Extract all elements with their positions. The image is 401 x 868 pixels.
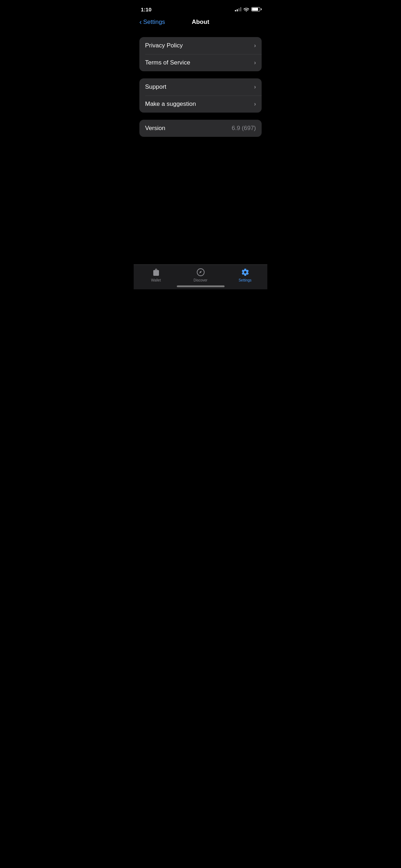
discover-icon — [196, 268, 205, 277]
support-label: Support — [145, 83, 166, 91]
chevron-right-icon: › — [254, 84, 256, 90]
chevron-right-icon: › — [254, 101, 256, 107]
tab-discover[interactable]: Discover — [188, 268, 213, 282]
feedback-group: Support › Make a suggestion › — [139, 78, 262, 113]
support-item[interactable]: Support › — [139, 78, 262, 95]
version-item: Version 6.9 (697) — [139, 120, 262, 137]
terms-of-service-item[interactable]: Terms of Service › — [139, 54, 262, 71]
settings-tab-label: Settings — [238, 278, 251, 282]
suggestion-item[interactable]: Make a suggestion › — [139, 95, 262, 113]
legal-group: Privacy Policy › Terms of Service › — [139, 37, 262, 71]
settings-icon — [241, 268, 250, 277]
status-icons — [235, 7, 260, 11]
version-group: Version 6.9 (697) — [139, 120, 262, 137]
chevron-right-icon: › — [254, 60, 256, 66]
back-chevron-icon: ‹ — [139, 18, 142, 26]
home-indicator — [177, 285, 225, 287]
svg-point-2 — [200, 272, 201, 273]
tab-settings[interactable]: Settings — [233, 268, 258, 282]
privacy-policy-label: Privacy Policy — [145, 42, 183, 49]
content-area: Privacy Policy › Terms of Service › Supp… — [134, 30, 267, 144]
tab-wallet[interactable]: Wallet — [144, 268, 169, 282]
battery-icon — [251, 7, 260, 11]
discover-tab-label: Discover — [194, 278, 207, 282]
wallet-icon — [151, 268, 161, 277]
status-bar: 1:10 — [134, 0, 267, 16]
page-title: About — [192, 19, 209, 26]
nav-bar: ‹ Settings About — [134, 16, 267, 30]
suggestion-label: Make a suggestion — [145, 100, 196, 108]
wifi-icon — [243, 7, 249, 11]
status-time: 1:10 — [141, 6, 151, 12]
terms-of-service-label: Terms of Service — [145, 59, 190, 66]
privacy-policy-item[interactable]: Privacy Policy › — [139, 37, 262, 54]
version-label: Version — [145, 125, 165, 132]
wallet-tab-label: Wallet — [151, 278, 161, 282]
version-value: 6.9 (697) — [232, 125, 256, 132]
back-button[interactable]: ‹ Settings — [139, 18, 165, 26]
chevron-right-icon: › — [254, 42, 256, 49]
back-label: Settings — [143, 19, 165, 26]
signal-icon — [235, 7, 241, 11]
